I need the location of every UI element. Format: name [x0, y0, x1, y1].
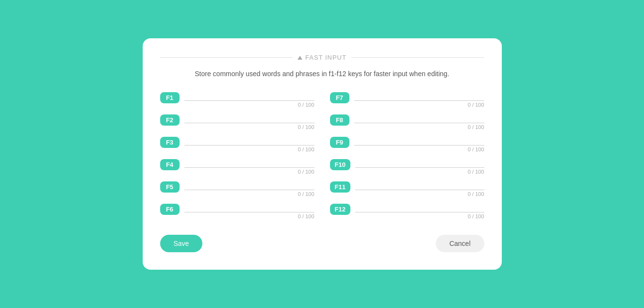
- field-group: F100 / 100: [330, 156, 484, 175]
- input-wrap: 0 / 100: [355, 201, 484, 219]
- char-count-f11: 0 / 100: [355, 191, 484, 197]
- fast-input-f6[interactable]: [184, 201, 314, 212]
- field-row: F70 / 100: [330, 89, 484, 108]
- field-group: F60 / 100: [160, 201, 314, 219]
- input-wrap: 0 / 100: [184, 178, 314, 197]
- char-count-f12: 0 / 100: [355, 213, 484, 219]
- char-count-f2: 0 / 100: [184, 124, 314, 130]
- dialog-title: FAST INPUT: [305, 54, 347, 61]
- input-wrap: 0 / 100: [355, 178, 484, 197]
- field-row: F80 / 100: [330, 112, 484, 130]
- field-row: F20 / 100: [160, 112, 314, 130]
- fast-input-f8[interactable]: [354, 112, 484, 123]
- key-badge-f12: F12: [330, 204, 350, 215]
- char-count-f9: 0 / 100: [354, 146, 484, 152]
- field-group: F50 / 100: [160, 178, 314, 197]
- field-row: F90 / 100: [330, 134, 484, 152]
- fast-input-f1[interactable]: [184, 89, 314, 101]
- save-button[interactable]: Save: [160, 235, 203, 252]
- field-row: F60 / 100: [160, 201, 314, 219]
- field-group: F120 / 100: [330, 201, 484, 219]
- key-badge-f6: F6: [160, 204, 180, 215]
- input-wrap: 0 / 100: [355, 156, 484, 175]
- key-badge-f5: F5: [160, 181, 180, 193]
- field-row: F40 / 100: [160, 156, 314, 175]
- char-count-f7: 0 / 100: [354, 102, 484, 108]
- triangle-icon: [297, 56, 302, 60]
- description-text: Store commonly used words and phrases in…: [160, 70, 484, 78]
- field-row: F10 / 100: [160, 89, 314, 108]
- field-group: F80 / 100: [330, 112, 484, 130]
- fast-input-dialog: FAST INPUT Store commonly used words and…: [143, 38, 502, 270]
- field-group: F40 / 100: [160, 156, 314, 175]
- field-group: F70 / 100: [330, 89, 484, 108]
- field-group: F110 / 100: [330, 178, 484, 197]
- cancel-button[interactable]: Cancel: [436, 235, 484, 252]
- section-title-row: FAST INPUT: [160, 54, 484, 61]
- input-wrap: 0 / 100: [184, 156, 314, 175]
- field-group: F20 / 100: [160, 112, 314, 130]
- input-wrap: 0 / 100: [184, 201, 314, 219]
- input-wrap: 0 / 100: [354, 134, 484, 152]
- input-wrap: 0 / 100: [354, 112, 484, 130]
- key-badge-f11: F11: [330, 181, 350, 193]
- key-badge-f4: F4: [160, 159, 180, 170]
- field-group: F10 / 100: [160, 89, 314, 108]
- field-group: F90 / 100: [330, 134, 484, 152]
- fast-input-f10[interactable]: [355, 156, 484, 168]
- input-wrap: 0 / 100: [184, 89, 314, 108]
- input-wrap: 0 / 100: [354, 89, 484, 108]
- key-badge-f2: F2: [160, 114, 180, 126]
- field-column: F70 / 100F80 / 100F90 / 100F100 / 100F11…: [330, 89, 484, 223]
- field-row: F100 / 100: [330, 156, 484, 175]
- title-content: FAST INPUT: [297, 54, 347, 61]
- input-wrap: 0 / 100: [184, 134, 314, 152]
- title-line-left: [160, 57, 293, 58]
- char-count-f8: 0 / 100: [354, 124, 484, 130]
- key-badge-f7: F7: [330, 92, 349, 103]
- char-count-f6: 0 / 100: [184, 213, 314, 219]
- char-count-f4: 0 / 100: [184, 169, 314, 175]
- field-row: F50 / 100: [160, 178, 314, 197]
- key-badge-f9: F9: [330, 137, 349, 148]
- fast-input-f4[interactable]: [184, 156, 314, 168]
- field-group: F30 / 100: [160, 134, 314, 152]
- title-line-right: [351, 57, 484, 58]
- fields-grid: F10 / 100F20 / 100F30 / 100F40 / 100F50 …: [160, 89, 484, 223]
- key-badge-f3: F3: [160, 137, 180, 148]
- field-column: F10 / 100F20 / 100F30 / 100F40 / 100F50 …: [160, 89, 314, 223]
- fast-input-f2[interactable]: [184, 112, 314, 123]
- fast-input-f7[interactable]: [354, 89, 484, 101]
- input-wrap: 0 / 100: [184, 112, 314, 130]
- footer: Save Cancel: [160, 235, 484, 252]
- key-badge-f1: F1: [160, 92, 180, 103]
- key-badge-f8: F8: [330, 114, 349, 126]
- fast-input-f12[interactable]: [355, 201, 484, 212]
- char-count-f5: 0 / 100: [184, 191, 314, 197]
- char-count-f1: 0 / 100: [184, 102, 314, 108]
- char-count-f10: 0 / 100: [355, 169, 484, 175]
- char-count-f3: 0 / 100: [184, 146, 314, 152]
- fast-input-f9[interactable]: [354, 134, 484, 146]
- field-row: F30 / 100: [160, 134, 314, 152]
- fast-input-f5[interactable]: [184, 178, 314, 190]
- fast-input-f3[interactable]: [184, 134, 314, 146]
- key-badge-f10: F10: [330, 159, 350, 170]
- field-row: F110 / 100: [330, 178, 484, 197]
- field-row: F120 / 100: [330, 201, 484, 219]
- fast-input-f11[interactable]: [355, 178, 484, 190]
